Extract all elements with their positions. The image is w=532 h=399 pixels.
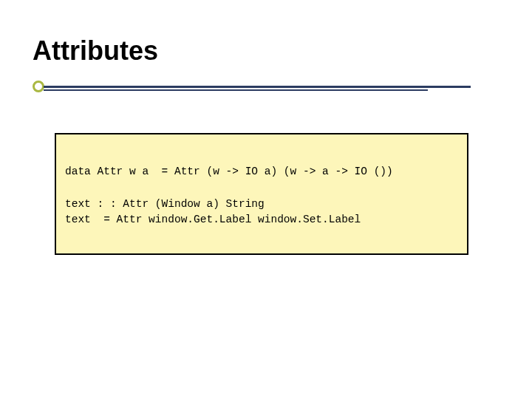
rule-line-thick — [44, 86, 471, 88]
bullet-icon — [33, 81, 44, 92]
code-block: data Attr w a = Attr (w -> IO a) (w -> a… — [55, 133, 468, 255]
title-rule — [33, 83, 482, 93]
code-text: data Attr w a = Attr (w -> IO a) (w -> a… — [65, 164, 458, 228]
slide: Attributes data Attr w a = Attr (w -> IO… — [0, 0, 532, 399]
slide-title: Attributes — [33, 35, 158, 66]
rule-line-thin — [44, 89, 428, 91]
